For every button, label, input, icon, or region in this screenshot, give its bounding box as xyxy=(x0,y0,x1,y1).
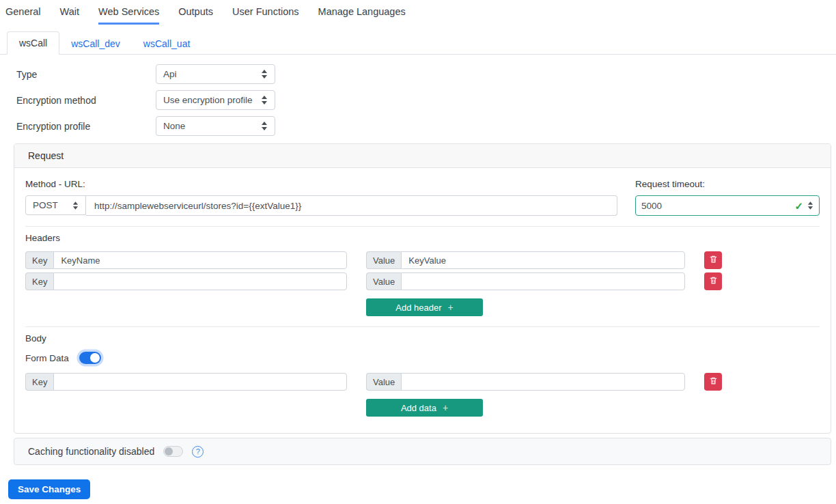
caching-toggle[interactable] xyxy=(163,446,183,457)
section-divider xyxy=(25,226,820,227)
header-key-input[interactable] xyxy=(53,272,347,290)
form-data-toggle[interactable] xyxy=(79,352,101,364)
type-label: Type xyxy=(16,69,156,80)
toggle-knob xyxy=(90,353,100,363)
main-tab-bar: General Wait Web Services Outputs User F… xyxy=(0,0,836,25)
method-select[interactable]: POST xyxy=(25,195,86,215)
toggle-knob xyxy=(165,447,173,456)
body-key-input[interactable] xyxy=(53,373,347,391)
add-header-label: Add header xyxy=(395,303,441,313)
key-addon: Key xyxy=(25,373,53,391)
delete-header-button[interactable] xyxy=(704,251,722,269)
ws-settings-form: Type Api Encryption method Use encryptio… xyxy=(0,55,836,136)
help-icon[interactable]: ? xyxy=(192,446,204,458)
web-services-settings-page: General Wait Web Services Outputs User F… xyxy=(0,0,836,504)
header-value-input[interactable] xyxy=(401,272,685,290)
plus-icon: + xyxy=(448,302,454,313)
delete-header-button[interactable] xyxy=(704,272,722,290)
number-spinner-icon[interactable] xyxy=(807,201,813,210)
header-key-input[interactable] xyxy=(53,251,347,269)
caching-panel: Caching functionality disabled ? xyxy=(14,438,831,465)
tab-user-functions[interactable]: User Functions xyxy=(232,6,299,25)
subtab-wscall[interactable]: wsCall xyxy=(7,31,59,55)
method-url-label: Method - URL: xyxy=(25,179,617,189)
plus-icon: + xyxy=(443,402,448,413)
body-value-input[interactable] xyxy=(401,373,685,391)
header-row: Key Value xyxy=(25,251,820,269)
body-data-row: Key Value xyxy=(25,373,820,391)
tab-outputs[interactable]: Outputs xyxy=(178,6,213,25)
tab-wait[interactable]: Wait xyxy=(60,6,79,25)
form-data-label: Form Data xyxy=(25,353,69,363)
headers-section-label: Headers xyxy=(25,233,820,243)
select-updown-icon xyxy=(261,69,268,79)
request-timeout-label: Request timeout: xyxy=(635,179,820,189)
ws-call-tab-bar: wsCall wsCall_dev wsCall_uat xyxy=(0,31,836,55)
trash-icon xyxy=(709,255,718,266)
url-input[interactable] xyxy=(86,195,617,216)
tab-manage-languages[interactable]: Manage Languages xyxy=(318,6,406,25)
encryption-profile-select-value: None xyxy=(163,121,185,131)
tab-web-services[interactable]: Web Services xyxy=(98,6,159,25)
subtab-wscall-uat[interactable]: wsCall_uat xyxy=(132,33,201,55)
select-updown-icon xyxy=(261,95,268,105)
value-addon: Value xyxy=(366,251,401,269)
value-addon: Value xyxy=(366,373,401,391)
request-panel: Request Method - URL: POST xyxy=(14,143,831,434)
trash-icon xyxy=(709,276,718,287)
request-panel-body: Method - URL: POST Request timeout: xyxy=(14,168,831,433)
valid-check-icon: ✓ xyxy=(794,201,803,211)
request-timeout-input[interactable] xyxy=(641,201,790,211)
section-divider xyxy=(25,326,820,327)
key-addon: Key xyxy=(25,251,53,269)
type-select-value: Api xyxy=(163,69,177,79)
add-header-button[interactable]: Add header + xyxy=(366,298,483,316)
type-select[interactable]: Api xyxy=(156,64,275,84)
key-addon: Key xyxy=(25,272,53,290)
method-select-value: POST xyxy=(33,200,58,210)
encryption-method-select-value: Use encryption profile xyxy=(163,95,253,105)
encryption-method-select[interactable]: Use encryption profile xyxy=(156,90,275,110)
encryption-profile-select[interactable]: None xyxy=(156,116,275,136)
add-data-button[interactable]: Add data + xyxy=(366,399,483,417)
tab-general[interactable]: General xyxy=(5,6,41,25)
request-panel-header: Request xyxy=(14,144,831,168)
trash-icon xyxy=(709,376,718,387)
header-value-input[interactable] xyxy=(401,251,685,269)
request-timeout-field: ✓ xyxy=(635,195,820,216)
add-data-label: Add data xyxy=(401,403,436,413)
value-addon: Value xyxy=(366,272,401,290)
save-changes-button[interactable]: Save Changes xyxy=(8,479,90,499)
subtab-wscall-dev[interactable]: wsCall_dev xyxy=(59,33,132,55)
header-row: Key Value xyxy=(25,272,820,290)
body-section-label: Body xyxy=(25,333,820,344)
footer-bar: Save Changes xyxy=(0,471,836,504)
select-updown-icon xyxy=(72,201,79,210)
select-updown-icon xyxy=(261,121,268,131)
delete-data-button[interactable] xyxy=(704,373,722,391)
encryption-method-label: Encryption method xyxy=(16,95,156,106)
encryption-profile-label: Encryption profile xyxy=(16,121,156,132)
caching-label: Caching functionality disabled xyxy=(28,446,154,457)
